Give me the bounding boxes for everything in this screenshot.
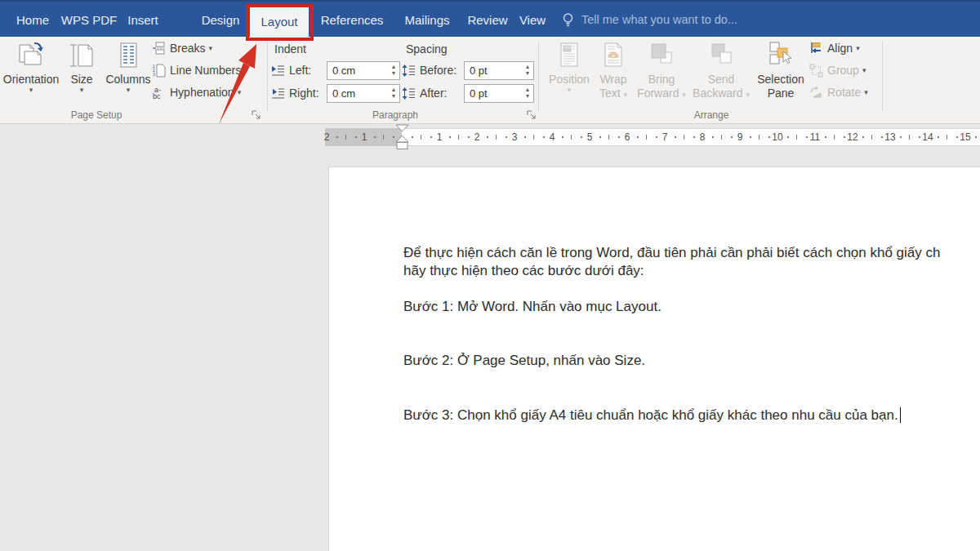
ruler-tick — [646, 135, 647, 140]
ruler-tick — [599, 136, 601, 138]
indent-right-input[interactable]: 0 cm ▲▼ — [327, 84, 400, 103]
tab-wps-pdf[interactable]: WPS PDF — [61, 2, 117, 38]
indent-right-icon — [271, 87, 285, 100]
chevron-down-icon: ▾ — [682, 91, 686, 99]
indent-left-input[interactable]: 0 cm ▲▼ — [327, 61, 400, 80]
ruler-tick — [506, 136, 507, 138]
ruler-tick — [637, 136, 639, 138]
ruler-tick — [336, 136, 338, 138]
ruler-number: 8 — [700, 128, 706, 146]
ruler-tick — [496, 135, 497, 140]
ruler-tick — [759, 135, 760, 140]
line-numbers-button[interactable]: 1 2 3 Line Numbers ▾ — [152, 61, 248, 79]
indent-left-row: Left: 0 cm ▲▼ — [271, 60, 400, 80]
tab-insert[interactable]: Insert — [127, 2, 158, 38]
ruler-tick — [524, 136, 526, 138]
spacing-after-label: After: — [420, 87, 459, 100]
spin-up-icon[interactable]: ▲ — [522, 87, 533, 93]
ruler-tick — [412, 136, 413, 138]
ruler-number: 6 — [625, 128, 630, 146]
ruler-number: 2 — [474, 128, 480, 146]
spin-down-icon[interactable]: ▼ — [388, 70, 399, 77]
size-button[interactable]: Size ▾ — [62, 41, 101, 109]
horizontal-ruler: 21123456789101112131415 — [325, 128, 980, 146]
tab-home[interactable]: Home — [16, 2, 49, 38]
ruler-number: 14 — [922, 128, 933, 146]
spacing-before-input[interactable]: 0 pt ▲▼ — [464, 61, 534, 80]
group-button[interactable]: Group ▾ — [809, 61, 866, 79]
tab-view[interactable]: View — [519, 2, 546, 38]
tab-mailings[interactable]: Mailings — [404, 2, 449, 38]
lightbulb-icon — [562, 12, 574, 29]
tab-design[interactable]: Design — [202, 2, 240, 38]
text-cursor — [900, 407, 902, 423]
breaks-icon — [152, 42, 166, 56]
indent-right-label: Right: — [289, 87, 322, 100]
align-button[interactable]: Align ▾ — [809, 39, 860, 57]
indent-right-row: Right: 0 cm ▲▼ — [271, 83, 400, 103]
ruler-tick — [468, 136, 470, 138]
ruler-number: 1 — [362, 128, 368, 146]
indent-section-label: Indent — [274, 42, 306, 56]
ruler-number: 15 — [960, 128, 970, 146]
ruler-number: 4 — [550, 128, 555, 146]
paragraph-dialog-launcher[interactable] — [527, 110, 538, 122]
wrap-text-icon — [599, 41, 628, 70]
columns-icon — [114, 41, 143, 70]
ruler-tick — [721, 135, 722, 140]
svg-text:bc: bc — [153, 92, 161, 100]
chevron-down-icon: ▾ — [29, 87, 33, 94]
spin-up-icon[interactable]: ▲ — [388, 87, 399, 93]
ruler-tick — [581, 136, 582, 138]
step-2-line: Bước 2: Ở Page Setup, nhấn vào Size. — [403, 351, 645, 370]
ruler-tick — [871, 135, 872, 140]
spacing-after-input[interactable]: 0 pt ▲▼ — [464, 84, 534, 103]
ruler-tick — [787, 136, 789, 138]
spin-down-icon[interactable]: ▼ — [522, 70, 533, 77]
spin-up-icon[interactable]: ▲ — [388, 64, 399, 70]
position-icon — [555, 41, 584, 70]
selection-pane-icon — [766, 41, 795, 70]
rotate-button[interactable]: Rotate ▾ — [809, 83, 868, 101]
spacing-before-row: Before: 0 pt ▲▼ — [402, 60, 534, 80]
page-setup-dialog-launcher[interactable] — [252, 110, 263, 122]
selection-pane-button[interactable]: Selection Pane — [756, 41, 805, 109]
chevron-down-icon: ▾ — [568, 87, 572, 94]
tab-references[interactable]: References — [321, 2, 384, 38]
spin-up-icon[interactable]: ▲ — [522, 64, 533, 70]
spin-down-icon[interactable]: ▼ — [522, 93, 533, 100]
ruler-tick — [533, 135, 534, 140]
orientation-button[interactable]: Orientation ▾ — [5, 41, 57, 109]
ruler-number: 12 — [847, 128, 858, 146]
ruler-tick — [571, 135, 572, 140]
ruler-tick — [458, 135, 459, 140]
wrap-text-button[interactable]: Wrap Text ▾ — [593, 41, 634, 109]
send-backward-button[interactable]: Send Backward ▾ — [689, 41, 753, 109]
position-button[interactable]: Position ▾ — [547, 41, 591, 109]
columns-button[interactable]: Columns ▾ — [105, 41, 152, 109]
ruler-number: 3 — [512, 128, 518, 146]
ruler-tick — [806, 136, 808, 138]
document-page[interactable]: Để thực hiện cách căn lề trong Word, đầu… — [328, 167, 980, 551]
ruler-tick — [608, 135, 609, 140]
tab-layout[interactable]: Layout — [261, 7, 297, 37]
hyphenation-button[interactable]: a- bc Hyphenation ▾ — [152, 83, 241, 101]
ruler-tick — [844, 136, 845, 138]
paragraph-line: Để thực hiện cách căn lề trong Word, đầu… — [403, 243, 940, 262]
ruler-tick — [345, 135, 346, 140]
breaks-button[interactable]: Breaks ▾ — [152, 39, 212, 57]
ruler-tick — [430, 136, 432, 138]
rotate-icon — [809, 86, 823, 100]
ribbon-layout: Orientation ▾ Size ▾ Columns ▾ — [0, 37, 980, 124]
tell-me-search[interactable]: Tell me what you want to do... — [581, 2, 737, 38]
ruler-number: 13 — [884, 128, 895, 146]
ruler-tick — [768, 136, 770, 138]
orientation-icon — [16, 41, 46, 70]
indent-markers[interactable] — [394, 122, 411, 153]
ruler-tick — [684, 135, 684, 140]
ruler-tick — [975, 136, 977, 138]
bring-forward-button[interactable]: Bring Forward ▾ — [635, 41, 688, 109]
tab-review[interactable]: Review — [467, 2, 507, 38]
ruler-tick — [618, 136, 620, 138]
spin-down-icon[interactable]: ▼ — [388, 93, 399, 100]
